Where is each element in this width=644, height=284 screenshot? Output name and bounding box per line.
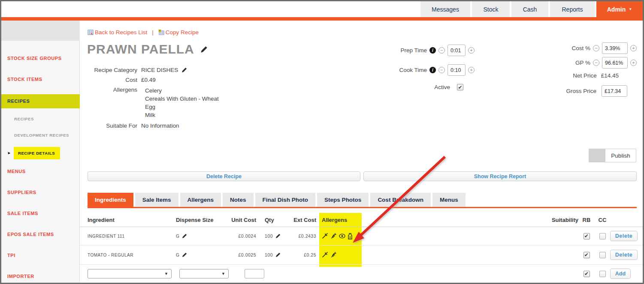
edit-dispense-icon[interactable]: [182, 252, 187, 257]
tab-menus[interactable]: Menus: [432, 193, 466, 207]
wheat-icon[interactable]: [330, 252, 336, 258]
sidebar-item-sale-items[interactable]: SALE ITEMS: [1, 211, 80, 216]
sidebar-item-epos-sale-items[interactable]: EPOS SALE ITEMS: [1, 232, 80, 237]
wheat-icon[interactable]: [330, 233, 336, 239]
col-header-allergens: Allergens: [316, 217, 362, 223]
tab-final-dish-photo[interactable]: Final Dish Photo: [255, 193, 316, 207]
info-icon[interactable]: i: [429, 67, 436, 73]
sidebar-item-recipe-details-label: RECIPE DETAILS: [14, 147, 60, 159]
dispense-size-select[interactable]: ▼: [179, 269, 229, 278]
gp-pct-row: GP % − +: [575, 57, 637, 69]
tab-steps-photos[interactable]: Steps Photos: [317, 193, 369, 207]
sidebar-item-stock-size-groups[interactable]: STOCK SIZE GROUPS: [1, 56, 80, 61]
rb-checkbox[interactable]: ✔: [584, 271, 590, 277]
net-price-label: Net Price: [573, 72, 597, 79]
cost-pct-increment-button[interactable]: +: [630, 45, 637, 51]
nav-reports-label: Reports: [562, 6, 583, 13]
qty-value: 100: [265, 233, 273, 239]
tab-sale-items[interactable]: Sale Items: [135, 193, 178, 207]
row-allergen-icons: [316, 252, 362, 258]
edit-category-icon[interactable]: [181, 67, 187, 73]
cook-time-decrement-button[interactable]: −: [438, 67, 445, 73]
sidebar-item-recipe-details[interactable]: ► RECIPE DETAILS: [1, 146, 60, 159]
nav-admin-menu[interactable]: Admin ▼: [596, 1, 643, 17]
celery-icon[interactable]: [322, 252, 328, 258]
gross-price-input[interactable]: [602, 85, 627, 97]
add-ingredient-row: ▼ ▼ ✔ Add: [80, 265, 643, 283]
gp-pct-input[interactable]: [602, 57, 628, 69]
dispense-size-value: G: [176, 253, 179, 257]
rb-checkbox[interactable]: ✔: [584, 233, 590, 239]
celery-icon[interactable]: [322, 233, 328, 239]
delete-row-button[interactable]: Delete: [610, 231, 638, 241]
publish-toggle[interactable]: [589, 149, 605, 162]
gp-pct-decrement-button[interactable]: −: [593, 60, 599, 66]
back-to-recipes-label: Back to Recipes List: [95, 29, 147, 36]
edit-qty-icon[interactable]: [275, 252, 281, 257]
ingredient-select[interactable]: ▼: [88, 269, 172, 278]
edit-qty-icon[interactable]: [275, 233, 281, 239]
nav-stock[interactable]: Stock: [472, 1, 510, 17]
recipe-category-value: RICE DISHES: [141, 67, 178, 73]
net-price-row: Net Price £14.45: [573, 72, 619, 79]
add-row-button[interactable]: Add: [610, 269, 631, 279]
cook-time-input[interactable]: [447, 64, 466, 76]
nav-reports[interactable]: Reports: [550, 1, 595, 17]
active-checkbox[interactable]: ✔: [457, 84, 463, 90]
prep-time-input[interactable]: [447, 45, 466, 56]
recipe-suitable-row: Suitable For No Information: [88, 121, 219, 131]
col-header-cc: CC: [595, 217, 610, 223]
publish-button[interactable]: Publish: [605, 149, 636, 162]
tab-cost-breakdown[interactable]: Cost Breakdown: [370, 193, 431, 207]
sidebar-item-importer[interactable]: IMPORTER: [1, 274, 80, 279]
gp-pct-increment-button[interactable]: +: [630, 60, 637, 66]
allergen-item: Celery: [141, 87, 219, 95]
accent-bar: [1, 17, 643, 21]
sidebar-item-development-recipes[interactable]: DEVELOPMENT RECIPES: [1, 133, 80, 138]
table-row: TOMATO - REGULAR G £0.0025 100 £0.25 ✔: [80, 245, 643, 265]
copy-recipe-link[interactable]: Copy Recipe: [158, 29, 199, 36]
cc-checkbox[interactable]: [599, 252, 606, 258]
nav-cash-label: Cash: [523, 6, 537, 13]
show-recipe-report-button[interactable]: Show Recipe Report: [363, 171, 637, 181]
sidebar-item-tpi[interactable]: TPI: [1, 253, 80, 258]
rb-checkbox[interactable]: ✔: [584, 252, 590, 258]
tab-notes[interactable]: Notes: [223, 193, 254, 207]
sidebar-item-recipes[interactable]: RECIPES: [1, 117, 80, 121]
nav-messages[interactable]: Messages: [420, 1, 470, 17]
cc-checkbox[interactable]: [599, 233, 606, 239]
arrow-right-icon: ►: [7, 151, 11, 155]
cook-time-increment-button[interactable]: +: [468, 67, 475, 73]
nav-cash[interactable]: Cash: [511, 1, 548, 17]
sidebar-item-recipes-section[interactable]: RECIPES: [1, 94, 80, 108]
tab-allergens[interactable]: Allergens: [180, 193, 221, 207]
egg-icon[interactable]: [339, 233, 345, 239]
cost-pct-input[interactable]: [602, 42, 628, 54]
prep-time-increment-button[interactable]: +: [468, 47, 475, 54]
recipe-details-block: Recipe Category RICE DISHES Cost £0.49 A…: [88, 65, 219, 131]
active-label: Active: [434, 84, 450, 90]
cc-checkbox[interactable]: [599, 271, 606, 277]
edit-dispense-icon[interactable]: [182, 233, 187, 239]
sidebar-item-suppliers[interactable]: SUPPLIERS: [1, 190, 80, 195]
tab-ingredients[interactable]: Ingredients: [88, 193, 133, 207]
ingredient-name: INGREDIENT 111: [88, 234, 176, 239]
delete-row-button[interactable]: Delete: [610, 250, 638, 260]
tab-underline: [88, 207, 637, 208]
info-icon[interactable]: i: [429, 47, 436, 54]
ext-cost-value: £0.25: [288, 252, 316, 257]
sidebar-item-menus[interactable]: MENUS: [1, 169, 80, 174]
recipe-category-label: Recipe Category: [88, 65, 137, 75]
nav-stock-label: Stock: [483, 6, 498, 13]
qty-input[interactable]: [245, 269, 264, 278]
cost-pct-decrement-button[interactable]: −: [593, 45, 599, 51]
prep-time-decrement-button[interactable]: −: [438, 47, 445, 54]
back-to-recipes-link[interactable]: Back to Recipes List: [88, 29, 147, 36]
delete-recipe-button[interactable]: Delete Recipe: [88, 171, 360, 181]
cook-time-label: Cook Time: [399, 67, 427, 73]
milk-icon[interactable]: [348, 233, 352, 239]
table-row: INGREDIENT 111 G £0.0024 100 £0.2433: [80, 227, 643, 245]
sidebar-header-block: [1, 21, 80, 41]
sidebar-item-stock-items[interactable]: STOCK ITEMS: [1, 77, 80, 82]
edit-title-icon[interactable]: [200, 46, 208, 53]
